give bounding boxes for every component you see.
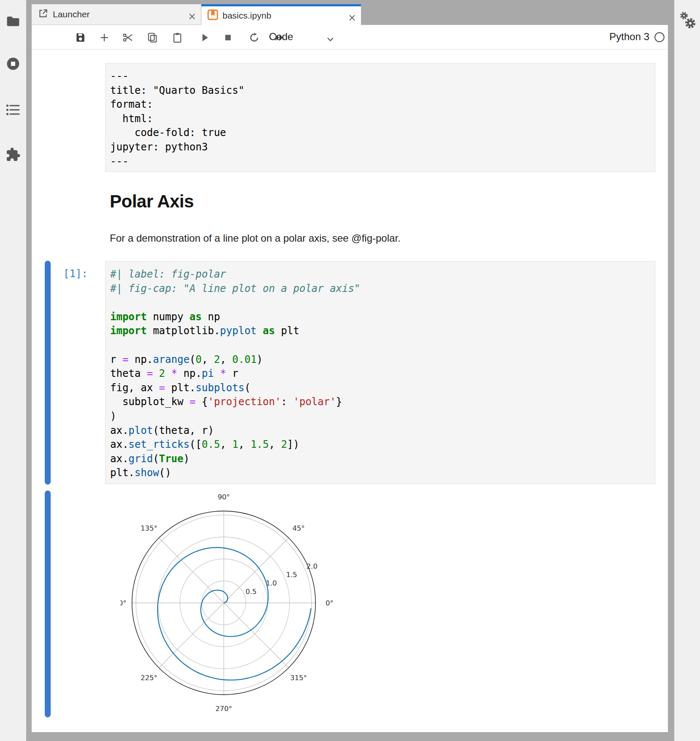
run-cell-icon[interactable] (199, 32, 210, 43)
external-link-icon (38, 8, 49, 21)
svg-text:45°: 45° (292, 524, 304, 532)
polar-plot: 0°45°90°135°180°225°270°315°0.51.01.52.0 (120, 492, 357, 729)
raw-cell-editor[interactable]: ---title: "Quarto Basics"format: html: c… (110, 69, 244, 169)
tab-basics-label: basics.ipynb (222, 11, 271, 21)
running-sessions-icon[interactable] (5, 56, 21, 71)
property-inspector-gears-icon[interactable] (678, 10, 697, 30)
input-collapser[interactable] (45, 261, 51, 485)
svg-text:270°: 270° (215, 705, 232, 713)
kernel-status-icon[interactable] (654, 32, 665, 43)
copy-cells-icon[interactable] (147, 32, 158, 43)
markdown-heading: Polar Axis (110, 191, 194, 212)
save-icon[interactable] (75, 32, 86, 43)
svg-text:2.0: 2.0 (307, 562, 317, 570)
svg-text:1.5: 1.5 (286, 571, 297, 579)
notebook-toolbar: Code Python 3 (32, 25, 668, 49)
markdown-paragraph: For a demonstration of a line plot on a … (110, 232, 401, 244)
execution-count: [1]: (63, 268, 88, 280)
jupyterlab-window: Launcher basics.ipynb (32, 4, 668, 732)
tab-launcher[interactable]: Launcher (32, 4, 201, 25)
cut-cells-icon[interactable] (122, 32, 133, 43)
left-sidebar (0, 0, 26, 741)
svg-text:225°: 225° (141, 674, 157, 682)
svg-text:135°: 135° (141, 524, 157, 532)
tab-basics-ipynb[interactable]: basics.ipynb (201, 4, 361, 25)
polar-plot-output: 0°45°90°135°180°225°270°315°0.51.01.52.0 (120, 492, 357, 729)
tab-launcher-close-icon[interactable] (189, 11, 195, 17)
extension-manager-icon[interactable] (5, 147, 21, 162)
output-collapser[interactable] (45, 490, 51, 717)
code-cell[interactable]: #| label: fig-polar#| fig-cap: "A line p… (105, 261, 655, 484)
tab-basics-close-icon[interactable] (349, 13, 355, 19)
right-sidebar (674, 0, 700, 741)
tab-bar: Launcher basics.ipynb (32, 4, 668, 25)
add-cell-icon[interactable] (99, 32, 110, 43)
code-cell-editor[interactable]: #| label: fig-polar#| fig-cap: "A line p… (110, 267, 360, 480)
svg-text:0°: 0° (326, 599, 334, 607)
stop-kernel-icon[interactable] (222, 32, 233, 43)
svg-text:180°: 180° (120, 599, 127, 607)
table-of-contents-icon[interactable] (5, 104, 21, 119)
svg-text:0.5: 0.5 (246, 588, 257, 596)
restart-kernel-icon[interactable] (249, 32, 260, 43)
notebook-content: ---title: "Quarto Basics"format: html: c… (32, 49, 668, 732)
kernel-name-button[interactable]: Python 3 (609, 31, 649, 43)
raw-cell[interactable]: ---title: "Quarto Basics"format: html: c… (105, 63, 655, 172)
svg-text:90°: 90° (217, 493, 230, 501)
notebook-icon (207, 9, 218, 22)
chevron-down-icon[interactable] (327, 35, 334, 43)
svg-text:315°: 315° (290, 674, 307, 682)
cell-type-select[interactable]: Code (269, 31, 293, 43)
tab-launcher-label: Launcher (53, 9, 90, 19)
paste-cells-icon[interactable] (172, 32, 183, 43)
file-browser-icon[interactable] (5, 14, 21, 29)
